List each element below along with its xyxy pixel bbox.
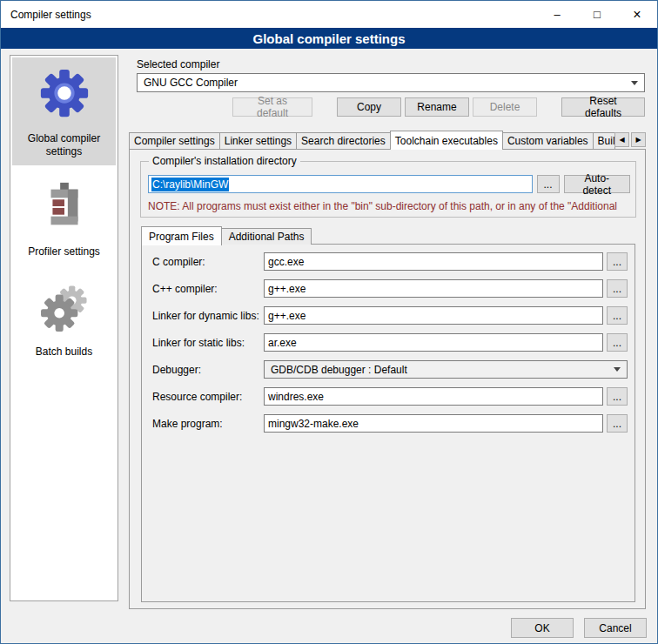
sidebar-item-batch-builds[interactable]: Batch builds: [12, 271, 116, 366]
install-dir-browse-button[interactable]: ...: [537, 175, 560, 193]
debugger-label: Debugger:: [152, 364, 264, 376]
c-compiler-input[interactable]: [264, 252, 603, 271]
make-program-input[interactable]: [264, 414, 603, 433]
sidebar-item-profiler-settings[interactable]: Profiler settings: [12, 171, 116, 265]
field-row-make-program: Make program: ...: [152, 414, 628, 433]
profiler-icon: [37, 179, 91, 233]
arrow-right-icon: ▶: [635, 136, 641, 144]
compiler-selected-value: GNU GCC Compiler: [144, 77, 238, 89]
close-button[interactable]: ×: [617, 1, 657, 28]
toolchain-executables-panel: Compiler's installation directory C:\ray…: [129, 149, 646, 609]
field-row-static-linker: Linker for static libs: ...: [152, 333, 628, 352]
tab-scroll-left-button[interactable]: ◀: [614, 132, 629, 147]
window-controls: – □ ×: [537, 1, 657, 28]
debugger-select[interactable]: GDB/CDB debugger : Default: [264, 360, 628, 379]
make-program-browse-button[interactable]: ...: [607, 414, 628, 433]
field-row-debugger: Debugger: GDB/CDB debugger : Default: [152, 360, 628, 379]
minimize-icon: –: [554, 8, 560, 21]
sidebar-item-label: Profiler settings: [28, 245, 100, 258]
maximize-icon: □: [594, 8, 601, 21]
field-row-dynamic-linker: Linker for dynamic libs: ...: [152, 306, 628, 325]
dialog-header-title: Global compiler settings: [252, 31, 405, 46]
arrow-left-icon: ◀: [619, 136, 624, 144]
compiler-select[interactable]: GNU GCC Compiler: [137, 73, 645, 92]
reset-defaults-button[interactable]: Reset defaults: [561, 97, 645, 117]
program-files-panel: C compiler: ... C++ compiler: ... Linker…: [141, 244, 635, 602]
batch-builds-icon: [37, 279, 91, 333]
dynamic-linker-input[interactable]: [264, 306, 603, 325]
auto-detect-button[interactable]: Auto-detect: [564, 175, 630, 193]
sidebar-item-label: Global compiler settings: [14, 132, 114, 158]
close-icon: ×: [633, 7, 641, 23]
tab-compiler-settings[interactable]: Compiler settings: [129, 132, 220, 149]
note-text: NOTE: All programs must exist either in …: [148, 200, 648, 212]
window-title: Compiler settings: [1, 9, 91, 21]
tab-build-options[interactable]: Build: [593, 132, 615, 149]
gear-icon: [37, 66, 91, 120]
field-row-resource-compiler: Resource compiler: ...: [152, 387, 628, 406]
debugger-selected-value: GDB/CDB debugger : Default: [271, 364, 407, 376]
tab-scroll-right-button[interactable]: ▶: [631, 132, 646, 147]
selected-compiler-label: Selected compiler: [137, 58, 219, 70]
field-row-cpp-compiler: C++ compiler: ...: [152, 279, 628, 298]
static-linker-browse-button[interactable]: ...: [607, 333, 628, 352]
toolchain-subtabs: Program Files Additional Paths: [141, 225, 311, 245]
install-dir-selected-text: C:\raylib\MinGW: [151, 178, 229, 191]
sidebar-item-label: Batch builds: [36, 345, 92, 359]
cpp-compiler-input[interactable]: [264, 279, 603, 298]
installation-directory-row: C:\raylib\MinGW ... Auto-detect: [148, 175, 630, 193]
c-compiler-browse-button[interactable]: ...: [607, 252, 628, 271]
make-program-label: Make program:: [152, 418, 264, 430]
c-compiler-label: C compiler:: [152, 256, 264, 268]
settings-sidebar: Global compiler settings Profiler settin…: [10, 55, 118, 601]
dynamic-linker-label: Linker for dynamic libs:: [152, 310, 264, 322]
installation-directory-groupbox: Compiler's installation directory C:\ray…: [140, 161, 636, 218]
titlebar: Compiler settings – □ ×: [1, 1, 657, 28]
tab-scroll-controls: ◀ ▶: [614, 132, 646, 149]
dynamic-linker-browse-button[interactable]: ...: [607, 306, 628, 325]
resource-compiler-label: Resource compiler:: [152, 391, 264, 403]
chevron-down-icon: [631, 81, 638, 85]
delete-button[interactable]: Delete: [473, 97, 537, 117]
cpp-compiler-browse-button[interactable]: ...: [607, 279, 628, 298]
static-linker-input[interactable]: [264, 333, 603, 352]
minimize-button[interactable]: –: [537, 1, 577, 28]
ok-button[interactable]: OK: [511, 618, 574, 638]
install-dir-input[interactable]: C:\raylib\MinGW: [148, 175, 533, 193]
field-row-c-compiler: C compiler: ...: [152, 252, 628, 271]
compiler-settings-window: Compiler settings – □ × Global compiler …: [0, 0, 658, 644]
sidebar-item-global-compiler-settings[interactable]: Global compiler settings: [12, 57, 116, 165]
tab-toolchain-executables[interactable]: Toolchain executables: [390, 131, 503, 150]
resource-compiler-browse-button[interactable]: ...: [607, 387, 628, 406]
compiler-actions: Set as default Copy Rename Delete Reset …: [137, 97, 645, 117]
cpp-compiler-label: C++ compiler:: [152, 283, 264, 295]
rename-button[interactable]: Rename: [405, 97, 469, 117]
resource-compiler-input[interactable]: [264, 387, 603, 406]
static-linker-label: Linker for static libs:: [152, 337, 264, 349]
installation-directory-label: Compiler's installation directory: [149, 155, 300, 167]
tab-linker-settings[interactable]: Linker settings: [219, 132, 297, 149]
settings-tabs: Compiler settings Linker settings Search…: [129, 130, 646, 149]
program-files-rows: C compiler: ... C++ compiler: ... Linker…: [152, 252, 628, 433]
chevron-down-icon: [614, 367, 621, 372]
subtab-program-files[interactable]: Program Files: [141, 226, 222, 245]
copy-button[interactable]: Copy: [337, 97, 401, 117]
tab-custom-variables[interactable]: Custom variables: [502, 132, 594, 149]
tab-search-directories[interactable]: Search directories: [296, 132, 391, 149]
dialog-header: Global compiler settings: [1, 28, 657, 49]
subtab-additional-paths[interactable]: Additional Paths: [221, 228, 312, 245]
set-as-default-button[interactable]: Set as default: [232, 97, 312, 117]
cancel-button[interactable]: Cancel: [584, 618, 647, 638]
maximize-button[interactable]: □: [577, 1, 617, 28]
